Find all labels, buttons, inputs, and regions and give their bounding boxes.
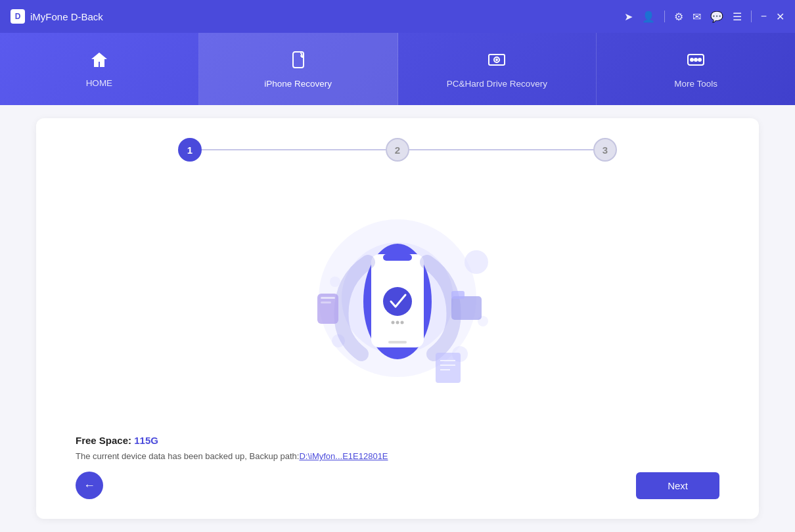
titlebar-right: ➤ 👤 ⚙ ✉ 💬 ☰ − ✕ <box>624 11 784 23</box>
app-title: iMyFone D-Back <box>30 11 103 22</box>
nav-more-tools[interactable]: More Tools <box>597 33 795 105</box>
step-indicator: 1 2 3 <box>76 138 719 162</box>
divider <box>664 11 665 22</box>
nav-more-label: More Tools <box>674 79 717 89</box>
backup-path-link[interactable]: D:\iMyfon...E1E12801E <box>299 451 388 461</box>
back-arrow-icon: ← <box>83 479 95 493</box>
step-line-1 <box>202 149 386 150</box>
titlebar-left: D iMyFone D-Back <box>11 9 103 24</box>
next-button[interactable]: Next <box>636 472 719 499</box>
svg-rect-26 <box>451 296 482 320</box>
main-content: 1 2 3 <box>0 105 795 532</box>
nav-pc-recovery[interactable]: PC&Hard Drive Recovery <box>398 33 597 105</box>
info-area: Free Space: 115G The current device data… <box>76 428 719 461</box>
backup-text: The current device data has been backed … <box>76 451 299 461</box>
divider2 <box>751 11 752 22</box>
nav-buttons: ← Next <box>76 472 719 499</box>
svg-point-22 <box>401 321 404 324</box>
step-3: 3 <box>593 138 617 162</box>
iphone-recovery-icon <box>288 49 309 74</box>
svg-point-19 <box>383 287 412 316</box>
svg-rect-27 <box>451 291 465 299</box>
more-tools-icon <box>685 49 706 74</box>
step-1: 1 <box>178 138 202 162</box>
svg-point-21 <box>396 321 399 324</box>
close-button[interactable]: ✕ <box>776 11 784 23</box>
share-icon[interactable]: ➤ <box>624 11 633 23</box>
nav-home-label: HOME <box>86 78 113 88</box>
minimize-button[interactable]: − <box>761 11 767 22</box>
svg-point-6 <box>694 58 697 61</box>
app-logo: D <box>11 9 25 24</box>
svg-rect-24 <box>321 297 335 299</box>
step-2: 2 <box>386 138 409 162</box>
free-space-label: Free Space: <box>76 435 131 446</box>
user-icon[interactable]: 👤 <box>642 11 655 23</box>
svg-rect-18 <box>388 341 407 344</box>
svg-rect-17 <box>383 254 412 261</box>
svg-rect-28 <box>436 353 461 383</box>
menu-icon[interactable]: ☰ <box>733 11 742 23</box>
svg-point-13 <box>330 277 340 287</box>
nav-iphone-label: iPhone Recovery <box>264 79 332 89</box>
back-button[interactable]: ← <box>76 472 103 499</box>
home-icon <box>89 50 109 73</box>
content-card: 1 2 3 <box>36 118 759 519</box>
next-label: Next <box>668 480 688 491</box>
free-space-row: Free Space: 115G <box>76 435 719 446</box>
nav-home[interactable]: HOME <box>0 33 199 105</box>
chat-icon[interactable]: 💬 <box>710 11 723 23</box>
pc-recovery-icon <box>486 49 507 74</box>
svg-point-10 <box>465 250 488 274</box>
backup-path-row: The current device data has been backed … <box>76 451 719 461</box>
settings-icon[interactable]: ⚙ <box>674 11 683 23</box>
nav-pc-label: PC&Hard Drive Recovery <box>447 79 547 89</box>
svg-point-5 <box>691 58 693 61</box>
svg-point-20 <box>392 321 395 324</box>
nav-iphone-recovery[interactable]: iPhone Recovery <box>199 33 398 105</box>
phone-illustration <box>273 196 522 400</box>
svg-point-7 <box>698 58 701 61</box>
navbar: HOME iPhone Recovery PC&Hard Drive Recov… <box>0 33 795 105</box>
step-line-2 <box>409 149 593 150</box>
free-space-value: 115G <box>134 435 158 446</box>
illustration-area <box>76 168 719 428</box>
svg-rect-25 <box>321 301 331 303</box>
titlebar: D iMyFone D-Back ➤ 👤 ⚙ ✉ 💬 ☰ − ✕ <box>0 0 795 33</box>
mail-icon[interactable]: ✉ <box>693 11 701 23</box>
svg-point-3 <box>496 59 497 60</box>
